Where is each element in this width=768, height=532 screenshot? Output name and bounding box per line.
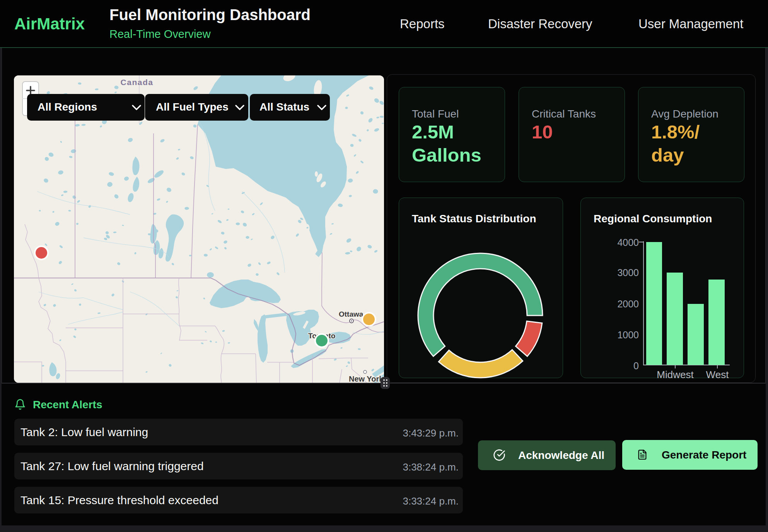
svg-text:0: 0 bbox=[633, 360, 639, 371]
svg-text:2000: 2000 bbox=[617, 298, 639, 309]
svg-text:1000: 1000 bbox=[617, 329, 639, 340]
svg-text:New York: New York bbox=[349, 375, 384, 383]
svg-text:3000: 3000 bbox=[617, 267, 639, 278]
svg-text:Canada: Canada bbox=[121, 78, 154, 87]
svg-text:Ottawa: Ottawa bbox=[339, 310, 364, 318]
svg-text:West: West bbox=[706, 369, 729, 379]
svg-text:4000: 4000 bbox=[617, 237, 639, 248]
svg-text:Midwest: Midwest bbox=[657, 369, 694, 379]
